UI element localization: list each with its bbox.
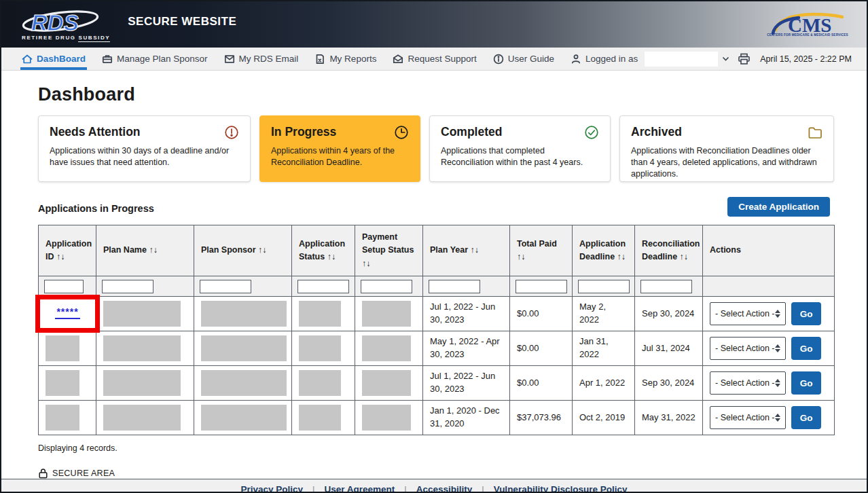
redacted-value <box>299 301 341 327</box>
secure-area-label: SECURE AREA <box>52 469 115 478</box>
application-deadline-cell: Apr 1, 2022 <box>573 366 635 401</box>
filter-cell <box>573 276 635 297</box>
redacted-value <box>103 301 181 327</box>
select-arrows-icon <box>775 379 780 387</box>
redacted-value <box>103 370 181 396</box>
card-description: Applications that completed Reconciliati… <box>441 145 599 168</box>
check-circle-icon <box>584 125 599 140</box>
nav-item-user-guide[interactable]: User Guide <box>493 48 554 70</box>
filter-input-application-id[interactable] <box>44 280 84 293</box>
column-header-total-paid[interactable]: Total Paid ↑↓ <box>510 225 573 276</box>
sort-icon[interactable]: ↑↓ <box>471 245 480 255</box>
application-deadline-cell: May 2, 2022 <box>573 297 635 331</box>
go-button[interactable]: Go <box>791 302 821 325</box>
plan-year-cell: Jan 1, 2020 - Dec 31, 2020 <box>423 401 510 435</box>
footer-link-accessibility[interactable]: Accessibility <box>416 484 473 493</box>
select-action-dropdown[interactable]: - Select Action - <box>710 302 786 325</box>
filter-cell <box>355 276 423 297</box>
nav-item-my-rds-email[interactable]: My RDS Email <box>224 48 299 70</box>
filter-input-payment-setup-status[interactable] <box>361 280 412 293</box>
go-button[interactable]: Go <box>791 371 821 395</box>
sort-icon[interactable]: ↑↓ <box>56 252 65 261</box>
filter-input-plan-year[interactable] <box>429 280 480 293</box>
card-title: Completed <box>441 125 502 139</box>
go-button[interactable]: Go <box>791 337 821 360</box>
card-needs-attention[interactable]: Needs AttentionApplications within 30 da… <box>38 115 251 182</box>
redacted-value <box>362 301 411 327</box>
plan-sponsor-cell <box>194 401 292 435</box>
sort-icon[interactable]: ↑↓ <box>327 252 336 261</box>
nav-item-logged-in-as[interactable]: Logged in as <box>571 48 729 70</box>
card-archived[interactable]: ArchivedApplications with Reconciliation… <box>619 115 834 182</box>
column-header-plan-sponsor[interactable]: Plan Sponsor ↑↓ <box>194 225 292 276</box>
column-header-plan-year[interactable]: Plan Year ↑↓ <box>423 225 510 276</box>
redacted-value <box>201 301 287 327</box>
payment-setup-status-cell <box>355 297 423 331</box>
sort-icon[interactable]: ↑↓ <box>517 252 526 261</box>
go-button[interactable]: Go <box>791 406 821 429</box>
print-icon[interactable] <box>738 53 751 65</box>
table-row: Jan 1, 2020 - Dec 31, 2020$37,073.96Oct … <box>39 401 835 435</box>
filter-input-total-paid[interactable] <box>516 280 567 293</box>
app-window: RDS Retiree Drug Subsidy SECURE WEBSITE … <box>0 0 868 493</box>
column-header-application-deadline[interactable]: Application Deadline ↑↓ <box>573 225 635 276</box>
table-row: *****Jul 1, 2022 - Jun 30, 2023$0.00May … <box>39 297 835 331</box>
card-in-progress[interactable]: In ProgressApplications within 4 years o… <box>259 115 420 182</box>
select-arrows-icon <box>775 344 780 352</box>
redacted-value <box>299 405 341 431</box>
select-action-dropdown[interactable]: - Select Action - <box>710 337 786 360</box>
filter-cell <box>423 276 510 297</box>
column-header-plan-name[interactable]: Plan Name ↑↓ <box>96 225 194 276</box>
application-id-link[interactable]: ***** <box>55 308 79 319</box>
plan-name-cell <box>96 366 194 401</box>
filter-cell <box>96 276 194 297</box>
footer-link-vulnerability-disclosure-policy[interactable]: Vulnerability Disclosure Policy <box>494 484 628 493</box>
sort-icon[interactable]: ↑↓ <box>362 259 371 268</box>
card-completed[interactable]: CompletedApplications that completed Rec… <box>429 115 611 182</box>
select-action-label: - Select Action - <box>715 377 775 389</box>
column-header-application-status[interactable]: Application Status ↑↓ <box>292 225 355 276</box>
nav-item-dashboard[interactable]: DashBoard <box>22 48 86 70</box>
nav-item-label: My RDS Email <box>239 54 299 64</box>
column-header-application-id[interactable]: Application ID ↑↓ <box>39 225 96 276</box>
application-id-cell <box>39 331 96 366</box>
main-nav: DashBoardManage Plan SponsorMy RDS Email… <box>1 48 867 71</box>
footer-link-privacy-policy[interactable]: Privacy Policy <box>241 484 304 493</box>
chevron-down-icon[interactable] <box>722 56 729 61</box>
sort-icon[interactable]: ↑↓ <box>680 252 689 261</box>
plan-sponsor-cell <box>194 366 292 401</box>
records-count: Displaying 4 records. <box>38 443 830 453</box>
footer-link-user-agreement[interactable]: User Agreement <box>325 484 395 493</box>
column-header-reconciliation-deadline[interactable]: Reconciliation Deadline ↑↓ <box>635 225 703 276</box>
plan-name-cell <box>96 401 194 435</box>
cms-logo: CMS CENTERS FOR MEDICARE & MEDICAID SERV… <box>766 12 849 37</box>
filter-input-application-status[interactable] <box>297 280 349 293</box>
card-description: Applications within 30 days of a deadlin… <box>50 145 239 168</box>
select-action-label: - Select Action - <box>715 308 775 320</box>
nav-item-label: Logged in as <box>585 54 638 64</box>
home-icon <box>22 54 33 65</box>
application-id-cell <box>39 401 96 435</box>
card-title: Needs Attention <box>50 125 141 139</box>
column-header-payment-setup-status[interactable]: Payment Setup Status ↑↓ <box>355 225 423 276</box>
filter-input-plan-sponsor[interactable] <box>200 280 251 293</box>
filter-input-application-deadline[interactable] <box>578 280 630 293</box>
clock-icon <box>394 125 409 140</box>
sort-icon[interactable]: ↑↓ <box>149 245 158 255</box>
sort-icon[interactable]: ↑↓ <box>258 245 267 255</box>
select-arrows-icon <box>775 310 780 318</box>
nav-item-request-support[interactable]: Request Support <box>393 48 476 70</box>
create-application-button[interactable]: Create Application <box>727 197 830 217</box>
select-action-dropdown[interactable]: - Select Action - <box>710 406 786 429</box>
filter-input-reconciliation-deadline[interactable] <box>640 280 692 293</box>
filter-input-plan-name[interactable] <box>102 280 153 293</box>
application-status-cell <box>292 331 355 366</box>
select-action-dropdown[interactable]: - Select Action - <box>710 371 786 395</box>
nav-item-label: Manage Plan Sponsor <box>117 54 208 64</box>
redacted-value <box>299 335 341 361</box>
filter-cell <box>39 276 96 297</box>
svg-text:RDS: RDS <box>31 10 79 35</box>
sort-icon[interactable]: ↑↓ <box>617 252 626 261</box>
nav-item-my-reports[interactable]: My Reports <box>314 48 376 70</box>
nav-item-manage-plan-sponsor[interactable]: Manage Plan Sponsor <box>102 48 208 70</box>
